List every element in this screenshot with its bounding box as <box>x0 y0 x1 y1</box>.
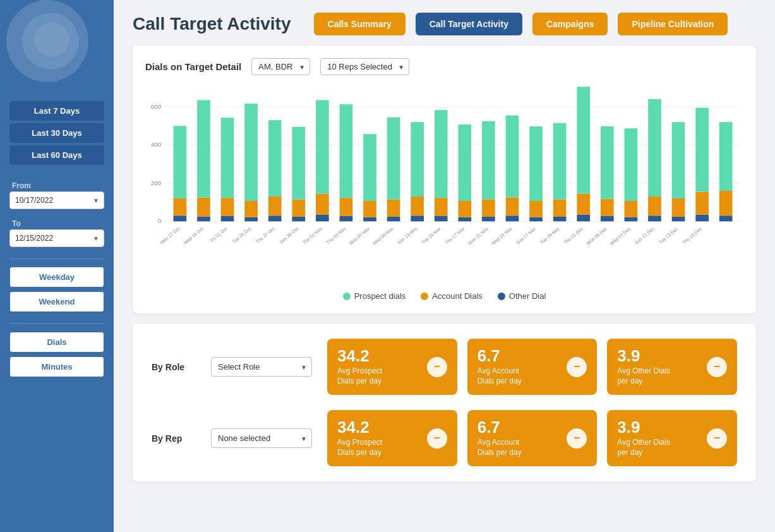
reps-filter-select[interactable]: 10 Reps Selected All Reps <box>320 58 409 75</box>
by-role-tile-prospect: 34.2 Avg ProspectDials per day − <box>327 339 457 395</box>
svg-rect-80 <box>601 216 614 221</box>
svg-rect-30 <box>292 127 305 200</box>
reps-filter-wrapper: 10 Reps Selected All Reps ▼ <box>320 58 409 75</box>
call-target-activity-button[interactable]: Call Target Activity <box>416 13 522 35</box>
by-rep-select[interactable]: None selected <box>211 428 312 448</box>
svg-rect-25 <box>268 196 282 215</box>
by-rep-select-wrapper: None selected ▼ <box>211 428 312 448</box>
calls-summary-button[interactable]: Calls Summary <box>314 13 406 35</box>
by-rep-prospect-label: Avg ProspectDials per day <box>337 438 421 457</box>
by-role-select-wrapper: Select Role ▼ <box>211 357 312 377</box>
by-rep-tile-prospect: 34.2 Avg ProspectDials per day − <box>327 410 457 466</box>
svg-rect-54 <box>435 110 448 198</box>
by-rep-tiles: 34.2 Avg ProspectDials per day − 6.7 Avg… <box>327 410 737 466</box>
svg-text:Tue 15 Nov: Tue 15 Nov <box>420 226 442 245</box>
last-60-days-button[interactable]: Last 60 Days <box>9 145 104 165</box>
role-filter-select[interactable]: AM, BDR AM BDR <box>251 58 310 75</box>
by-role-account-icon: − <box>567 357 587 377</box>
svg-rect-18 <box>221 118 234 198</box>
svg-rect-45 <box>387 200 400 217</box>
svg-rect-98 <box>695 108 709 192</box>
svg-rect-24 <box>268 215 282 221</box>
svg-rect-65 <box>506 198 519 216</box>
svg-text:Mon 07 Nov: Mon 07 Nov <box>348 226 371 246</box>
svg-rect-29 <box>292 200 305 217</box>
header: Call Target Activity Calls Summary Call … <box>114 0 775 45</box>
svg-rect-72 <box>553 217 567 222</box>
by-role-row: By Role Select Role ▼ 34.2 Avg ProspectD… <box>152 339 737 395</box>
svg-text:Thu 15 Dec: Thu 15 Dec <box>682 226 704 245</box>
legend-account-dot <box>421 293 428 300</box>
svg-rect-16 <box>221 216 234 221</box>
svg-rect-100 <box>719 215 733 221</box>
last-30-days-button[interactable]: Last 30 Days <box>9 123 104 143</box>
pipeline-cultivation-button[interactable]: Pipeline Cultivation <box>618 13 728 35</box>
date-range-section: Last 7 Days Last 30 Days Last 60 Days <box>9 101 104 165</box>
svg-text:Sun 27 Nov: Sun 27 Nov <box>515 226 537 245</box>
to-date-input[interactable] <box>9 229 104 247</box>
svg-rect-76 <box>577 215 590 222</box>
page-title: Call Target Activity <box>133 14 291 34</box>
sidebar: Last 7 Days Last 30 Days Last 60 Days Fr… <box>0 0 114 532</box>
svg-rect-70 <box>529 126 543 201</box>
by-role-tile-account-text: 6.7 Avg AccountDials per day <box>478 348 561 386</box>
svg-text:Tue 29 Nov: Tue 29 Nov <box>539 226 560 245</box>
svg-rect-10 <box>174 126 187 198</box>
by-role-prospect-label: Avg ProspectDials per day <box>337 366 421 386</box>
svg-text:Mon 21 Nov: Mon 21 Nov <box>467 226 490 246</box>
svg-rect-58 <box>458 124 471 201</box>
from-date-section: From ▼ <box>9 175 104 213</box>
by-rep-row: By Rep None selected ▼ 34.2 Avg Prospect… <box>152 410 737 466</box>
legend-account-label: Account Dials <box>432 291 482 301</box>
stats-card: By Role Select Role ▼ 34.2 Avg ProspectD… <box>133 323 756 481</box>
svg-rect-74 <box>553 123 567 200</box>
by-rep-other-label: Avg Other Dialsper day <box>617 438 700 457</box>
by-rep-account-icon: − <box>567 428 587 449</box>
svg-text:Wed 23 Nov: Wed 23 Nov <box>490 226 513 246</box>
legend-prospect: Prospect dials <box>343 291 406 301</box>
svg-rect-97 <box>695 191 709 214</box>
svg-text:400: 400 <box>151 141 162 148</box>
from-date-wrapper: ▼ <box>9 191 104 209</box>
by-rep-tile-prospect-text: 34.2 Avg ProspectDials per day <box>337 419 421 457</box>
bar-chart-svg: 600 400 200 0 Mon 17 OctWed 19 OctFri 21… <box>145 82 743 284</box>
to-date-wrapper: ▼ <box>9 229 104 247</box>
weekend-button[interactable]: Weekend <box>9 291 104 312</box>
svg-rect-49 <box>411 196 424 215</box>
weekday-button[interactable]: Weekday <box>9 267 104 287</box>
svg-rect-41 <box>363 201 376 217</box>
campaigns-button[interactable]: Campaigns <box>532 13 608 35</box>
svg-rect-8 <box>174 215 187 221</box>
svg-rect-94 <box>672 122 685 198</box>
to-label: To <box>9 219 104 228</box>
last-7-days-button[interactable]: Last 7 Days <box>9 101 104 121</box>
chart-svg-wrapper: 600 400 200 0 Mon 17 OctWed 19 OctFri 21… <box>145 82 743 286</box>
svg-text:Wed 19 Oct: Wed 19 Oct <box>183 226 205 246</box>
by-role-account-label: Avg AccountDials per day <box>478 366 561 386</box>
chart-container: 600 400 200 0 Mon 17 OctWed 19 OctFri 21… <box>145 82 743 286</box>
svg-text:Thu 27 Oct: Thu 27 Oct <box>255 226 275 245</box>
minutes-button[interactable]: Minutes <box>9 356 104 377</box>
chart-label: Dials on Target Detail <box>145 61 241 72</box>
from-date-input[interactable] <box>9 191 104 209</box>
by-rep-tile-other: 3.9 Avg Other Dialsper day − <box>607 410 737 466</box>
by-rep-prospect-value: 34.2 <box>337 419 421 435</box>
dials-button[interactable]: Dials <box>9 332 104 353</box>
by-rep-other-value: 3.9 <box>617 419 700 435</box>
sidebar-divider-2 <box>9 323 104 324</box>
sidebar-divider-1 <box>9 258 104 259</box>
from-label: From <box>9 181 104 190</box>
by-rep-other-icon: − <box>707 428 727 449</box>
legend-other: Other Dial <box>498 291 546 301</box>
svg-text:Wed 09 Nov: Wed 09 Nov <box>371 226 394 246</box>
chart-header: Dials on Target Detail AM, BDR AM BDR ▼ … <box>145 58 743 75</box>
chart-card: Dials on Target Detail AM, BDR AM BDR ▼ … <box>133 45 756 313</box>
svg-text:Thu 17 Nov: Thu 17 Nov <box>444 226 466 245</box>
to-date-section: To ▼ <box>9 213 104 251</box>
svg-rect-36 <box>340 216 353 221</box>
by-role-select[interactable]: Select Role <box>211 357 312 377</box>
role-filter-wrapper: AM, BDR AM BDR ▼ <box>251 58 310 75</box>
by-rep-account-value: 6.7 <box>478 419 561 435</box>
by-role-label: By Role <box>152 362 196 372</box>
svg-rect-32 <box>316 215 329 222</box>
